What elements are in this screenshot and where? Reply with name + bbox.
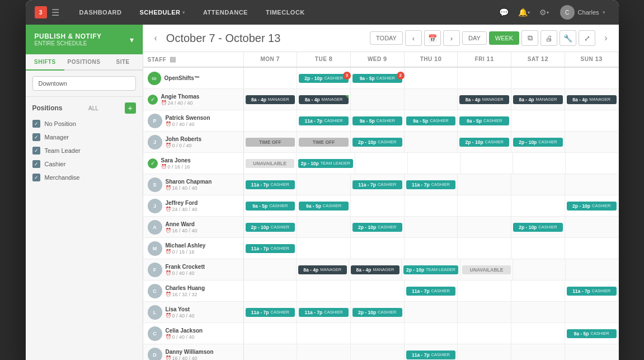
shift-cell[interactable] (405, 195, 458, 216)
hamburger-icon[interactable]: ☰ (51, 7, 59, 18)
shift-cell[interactable]: 8a - 4pMANAGER (349, 259, 402, 280)
position-checkbox[interactable] (32, 147, 40, 155)
shift-cell[interactable]: 2p - 10pCASHIER (244, 217, 298, 237)
nav-scheduler[interactable]: SCHEDULER ▾ (131, 0, 194, 25)
shift-cell[interactable] (511, 195, 565, 216)
shift-cell[interactable] (565, 302, 619, 322)
position-item[interactable]: Manager (26, 130, 143, 144)
shift-cell[interactable] (458, 238, 511, 259)
shift-cell[interactable] (566, 153, 618, 174)
shift-cell[interactable] (565, 68, 619, 88)
expand-button[interactable]: ⤢ (579, 30, 595, 46)
shift-cell[interactable] (511, 323, 565, 344)
shift-cell[interactable] (565, 132, 619, 152)
shift-cell[interactable] (297, 280, 351, 301)
shift-cell[interactable]: 11a - 7pCASHIER (565, 280, 619, 301)
positions-all-label[interactable]: ALL (88, 105, 98, 111)
shift-cell[interactable] (405, 217, 458, 237)
shift-cell[interactable]: 8a - 4pMANAGER (244, 89, 298, 110)
position-checkbox[interactable] (32, 133, 40, 141)
shift-cell[interactable] (244, 323, 298, 344)
shift-cell[interactable] (405, 302, 458, 322)
shift-cell[interactable]: UNAVAILABLE (460, 259, 513, 280)
shift-cell[interactable]: 11a - 7pCASHIER (405, 344, 458, 360)
shift-cell[interactable] (297, 323, 351, 344)
shift-cell[interactable]: 11a - 7pCASHIER (351, 174, 405, 195)
shift-cell[interactable] (405, 323, 458, 344)
shift-cell[interactable] (513, 153, 566, 174)
shift-cell[interactable] (565, 217, 619, 237)
shift-cell[interactable] (405, 238, 458, 259)
shift-cell[interactable] (511, 344, 565, 360)
shift-cell[interactable] (244, 259, 297, 280)
location-select[interactable]: Downtown (32, 76, 136, 91)
shift-cell[interactable] (297, 344, 351, 360)
shift-cell[interactable] (458, 323, 511, 344)
tab-positions[interactable]: POSITIONS (64, 54, 104, 71)
shift-cell[interactable] (405, 132, 458, 152)
shift-cell[interactable] (355, 153, 408, 174)
next-arrow[interactable]: › (602, 32, 609, 44)
shift-cell[interactable] (244, 344, 298, 360)
shift-cell[interactable] (244, 68, 298, 88)
shift-cell[interactable]: 11a - 7pCASHIER (244, 238, 298, 259)
shift-cell[interactable]: 8a - 4pMANAGER (511, 89, 565, 110)
shift-cell[interactable]: 2p - 10pCASHIER3 (297, 68, 351, 88)
shift-cell[interactable]: 8a - 4pMANAGER (565, 89, 619, 110)
publish-notify-button[interactable]: PUBLISH & NOTIFY ENTIRE SCHEDULE ▾ (26, 25, 143, 54)
shift-cell[interactable]: 8a - 4pMANAGER (297, 89, 351, 110)
tab-site[interactable]: SITE (104, 54, 143, 71)
add-position-button[interactable]: + (125, 102, 136, 114)
nav-dashboard[interactable]: DASHBOARD (70, 0, 131, 25)
shift-cell[interactable] (458, 302, 511, 322)
shift-cell[interactable]: 2p - 10pTEAM LEADER (297, 153, 355, 174)
shift-cell[interactable]: 9a - 5pCASHIER (565, 323, 619, 344)
shift-cell[interactable] (511, 238, 565, 259)
shift-cell[interactable]: TIME OFF (244, 132, 298, 152)
position-item[interactable]: Team Leader (26, 144, 143, 157)
position-item[interactable]: Cashier (26, 157, 143, 171)
shift-cell[interactable] (511, 280, 565, 301)
copy-button[interactable]: ⧉ (521, 30, 538, 46)
shift-cell[interactable] (458, 344, 511, 360)
shift-cell[interactable] (458, 217, 511, 237)
prev-week-button[interactable]: ‹ (405, 30, 422, 46)
shift-cell[interactable] (244, 280, 298, 301)
settings-icon-btn[interactable]: ⚙ ▾ (535, 3, 553, 21)
shift-cell[interactable] (565, 110, 619, 131)
shift-cell[interactable] (408, 153, 460, 174)
shift-cell[interactable]: 2p - 10pCASHIER (511, 132, 565, 152)
shift-cell[interactable]: TIME OFF (297, 132, 351, 152)
shift-cell[interactable]: 2p - 10pCASHIER (351, 217, 405, 237)
nav-timeclock[interactable]: TIMECLOCK (257, 0, 314, 25)
shift-cell[interactable] (511, 302, 565, 322)
calendar-icon-button[interactable]: 📅 (424, 30, 441, 46)
shift-cell[interactable] (297, 217, 351, 237)
shift-cell[interactable] (458, 195, 511, 216)
shift-cell[interactable]: 11a - 7pCASHIER (244, 302, 298, 322)
shift-cell[interactable]: 8a - 4pMANAGER (297, 259, 349, 280)
shift-cell[interactable]: 2p - 10pTEAM LEADER (402, 259, 460, 280)
shift-cell[interactable]: 9a - 5pCASHIER2 (351, 68, 405, 88)
shift-cell[interactable]: 11a - 7pCASHIER (405, 280, 458, 301)
shift-cell[interactable] (405, 68, 458, 88)
shift-cell[interactable] (297, 238, 351, 259)
chat-icon-btn[interactable]: 💬 (495, 3, 513, 21)
shift-cell[interactable]: 11a - 7pCASHIER (405, 174, 458, 195)
shift-cell[interactable]: 8a - 4pMANAGER (458, 89, 511, 110)
shift-cell[interactable] (458, 174, 511, 195)
shift-cell[interactable] (351, 323, 405, 344)
position-item[interactable]: No Position (26, 117, 143, 130)
position-checkbox[interactable] (32, 174, 40, 181)
shift-cell[interactable] (511, 110, 565, 131)
shift-cell[interactable]: 9a - 5pCASHIER (297, 195, 351, 216)
prev-arrow[interactable]: ‹ (152, 32, 159, 44)
shift-cell[interactable]: 11a - 7pCASHIER (244, 174, 298, 195)
shift-cell[interactable]: 9a - 5pCASHIER (244, 195, 298, 216)
shift-cell[interactable] (351, 280, 405, 301)
shift-cell[interactable]: 11a - 7pCASHIER (297, 302, 351, 322)
shift-cell[interactable]: 2p - 10pCASHIER (351, 302, 405, 322)
day-view-button[interactable]: DAY (462, 31, 487, 45)
shift-cell[interactable] (565, 344, 619, 360)
shift-cell[interactable]: 9a - 5pCASHIER (458, 110, 511, 131)
